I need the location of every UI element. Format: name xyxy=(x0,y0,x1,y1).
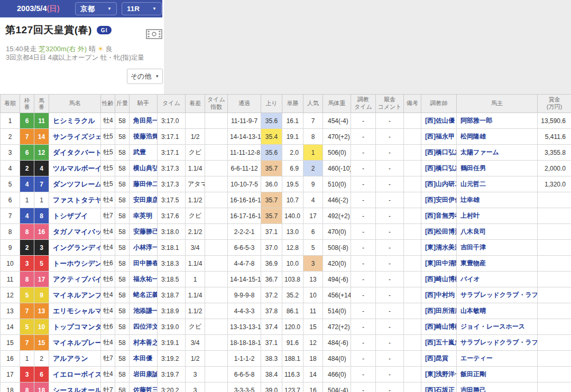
horse-name-link[interactable]: マイネルプレーリー xyxy=(49,335,101,351)
trainer-link[interactable]: [西]五十嵐忠 xyxy=(421,335,457,351)
cell-prize xyxy=(538,240,571,256)
owner-link[interactable]: 太陽ファーム xyxy=(457,145,538,161)
cell-pos: 13 xyxy=(1,303,20,319)
race-meeting-detail: 3回京都4日目 4歳以上オープン 牡・牝(指)定量 xyxy=(6,53,144,62)
horse-name-link[interactable]: トーホウシデン xyxy=(49,256,101,272)
owner-link[interactable]: サラブレッドクラブ・ラフィアン xyxy=(457,287,538,303)
cell-num: 5 xyxy=(34,256,49,272)
race-number-dropdown[interactable]: 11R ▼ xyxy=(122,2,162,15)
owner-link[interactable]: サラブレッドクラブ・ラフィアン xyxy=(457,335,538,351)
trainer-link[interactable]: [西]安田伊佐 xyxy=(421,192,457,208)
owner-link[interactable]: バイオ xyxy=(457,272,538,287)
jockey-link[interactable]: 池添謙一 xyxy=(130,303,158,319)
trainer-link[interactable]: [西]崎山博樹 xyxy=(421,272,457,287)
jockey-link[interactable]: 藤田伸二 xyxy=(130,176,158,192)
jockey-link[interactable]: 田中勝春 xyxy=(130,256,158,272)
horse-name-link[interactable]: ヒシミラクル xyxy=(49,113,101,129)
trainer-link[interactable]: [西]福永甲 xyxy=(421,129,457,145)
cell-note xyxy=(404,382,421,392)
owner-link[interactable]: 松岡隆雄 xyxy=(457,129,538,145)
trainer-link[interactable]: [西]昆貢 xyxy=(421,351,457,367)
owner-link[interactable]: 吉田千津 xyxy=(457,240,538,256)
jockey-link[interactable]: 本田優 xyxy=(130,351,158,367)
jockey-link[interactable]: 四位洋文 xyxy=(130,319,158,335)
jockey-link[interactable]: 蛯名正義 xyxy=(130,287,158,303)
cell-note xyxy=(404,351,421,367)
horse-name-link[interactable]: ツルマルボーイ xyxy=(49,161,101,176)
horse-name-link[interactable]: シースルオール xyxy=(49,382,101,392)
owner-link[interactable]: 阿部雅一郎 xyxy=(457,113,538,129)
jockey-link[interactable]: 佐藤哲三 xyxy=(130,382,158,392)
horse-name-link[interactable]: ファストタテヤマ xyxy=(49,192,101,208)
cell-passing: 9-9-9-8 xyxy=(228,287,261,303)
trainer-link[interactable]: [西]橋口弘次 xyxy=(421,161,457,176)
cell-waku: 7 xyxy=(20,129,34,145)
jockey-link[interactable]: 角田晃一 xyxy=(130,113,158,129)
race-video-icon[interactable] xyxy=(146,29,162,41)
cell-num: 3 xyxy=(34,240,49,256)
horse-name-link[interactable]: トシザブイ xyxy=(49,208,101,224)
table-row: 8816タガノマイバッハ牡458安藤勝己3:18.02.1/22-2-2-137… xyxy=(1,224,571,240)
cell-idx xyxy=(205,335,228,351)
column-header: 調教師 xyxy=(421,95,457,113)
cell-odds: 188.1 xyxy=(282,351,303,367)
horse-name-link[interactable]: イングランディーレ xyxy=(49,240,101,256)
cell-pop: 17 xyxy=(303,208,323,224)
owner-link[interactable]: 山本敏晴 xyxy=(457,303,538,319)
horse-name-link[interactable]: マイネルアンブル xyxy=(49,287,101,303)
jockey-link[interactable]: 後藤浩輝 xyxy=(130,129,158,145)
cell-odds: 2.0 xyxy=(282,145,303,161)
horse-name-link[interactable]: エリモシャルマン xyxy=(49,303,101,319)
cell-comment: - xyxy=(376,192,404,208)
owner-link[interactable]: 鶴田任男 xyxy=(457,161,538,176)
trainer-link[interactable]: [西]佐山優 xyxy=(421,113,457,129)
owner-link[interactable]: 山元哲二 xyxy=(457,176,538,192)
trainer-link[interactable]: [西]山内研二 xyxy=(421,176,457,192)
column-header: 着差 xyxy=(186,95,205,113)
jockey-link[interactable]: 岩田康誠 xyxy=(130,367,158,382)
horse-name-link[interactable]: イエローボイス xyxy=(49,367,101,382)
cell-hweight: 466(0) xyxy=(323,367,351,382)
trainer-link[interactable]: [西]中村均 xyxy=(421,287,457,303)
jockey-link[interactable]: 安田康彦 xyxy=(130,192,158,208)
owner-link[interactable]: ジョイ・レースホース xyxy=(457,319,538,335)
horse-name-link[interactable]: アクティブバイオ xyxy=(49,272,101,287)
horse-name-link[interactable]: トップコマンダー xyxy=(49,319,101,335)
other-menu-button[interactable]: その他 ▼ xyxy=(127,69,163,84)
jockey-link[interactable]: 村本善之 xyxy=(130,335,158,351)
jockey-link[interactable]: 福永祐一 xyxy=(130,272,158,287)
trainer-link[interactable]: [西]松田博資 xyxy=(421,224,457,240)
horse-name-link[interactable]: ダイタクバートラム xyxy=(49,145,101,161)
owner-link[interactable]: 辻幸雄 xyxy=(457,192,538,208)
cell-pop: 7 xyxy=(303,113,323,129)
jockey-link[interactable]: 武豊 xyxy=(130,145,158,161)
owner-link[interactable]: エーティー xyxy=(457,351,538,367)
jockey-link[interactable]: 幸英明 xyxy=(130,208,158,224)
cell-waku: 6 xyxy=(20,113,34,129)
column-header: 馬体重 xyxy=(323,95,351,113)
cell-idx xyxy=(205,240,228,256)
trainer-link[interactable]: [東]浅野洋一 xyxy=(421,367,457,382)
horse-name-link[interactable]: タガノマイバッハ xyxy=(49,224,101,240)
jockey-link[interactable]: 横山典弘 xyxy=(130,161,158,176)
trainer-link[interactable]: [西]橋口弘次 xyxy=(421,145,457,161)
cell-passing: 4-4-3-3 xyxy=(228,303,261,319)
horse-name-link[interactable]: アルアラン xyxy=(49,351,101,367)
owner-link[interactable]: 東豊物産 xyxy=(457,256,538,272)
owner-link[interactable]: 上村叶 xyxy=(457,208,538,224)
trainer-link[interactable]: [東]清水美波 xyxy=(421,240,457,256)
trainer-link[interactable]: [西]崎山博樹 xyxy=(421,319,457,335)
horse-name-link[interactable]: サンライズジェガー xyxy=(49,129,101,145)
jockey-link[interactable]: 安藤勝己 xyxy=(130,224,158,240)
trainer-link[interactable]: [東]田中清隆 xyxy=(421,256,457,272)
owner-link[interactable]: 八木良司 xyxy=(457,224,538,240)
date-text: 2003/5/4 xyxy=(17,4,47,13)
horse-name-link[interactable]: ダンツフレーム xyxy=(49,176,101,192)
trainer-link[interactable]: [西]田所清広 xyxy=(421,303,457,319)
owner-link[interactable]: 吉田勝己 xyxy=(457,382,538,392)
owner-link[interactable]: 飯田正剛 xyxy=(457,367,538,382)
track-dropdown[interactable]: 京都 ▼ xyxy=(75,2,117,15)
trainer-link[interactable]: [西]石坂正 xyxy=(421,382,457,392)
trainer-link[interactable]: [西]音無秀孝 xyxy=(421,208,457,224)
jockey-link[interactable]: 小林淳一 xyxy=(130,240,158,256)
